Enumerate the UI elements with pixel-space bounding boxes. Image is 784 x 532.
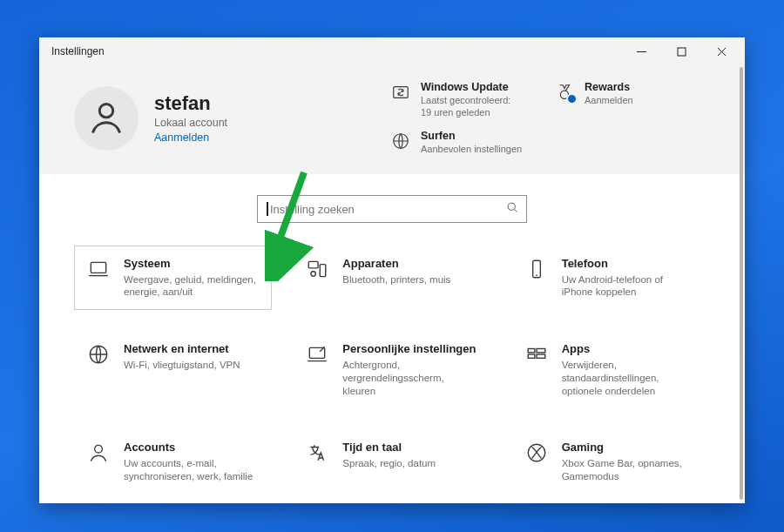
category-desc: Uw accounts, e-mail, synchroniseren, wer… <box>124 457 259 483</box>
close-icon <box>717 47 727 57</box>
search-icon <box>506 201 519 218</box>
language-icon <box>304 441 330 468</box>
svg-point-11 <box>536 274 537 276</box>
category-apps[interactable]: Apps Verwijderen, standaardinstellingen,… <box>512 331 710 408</box>
category-system[interactable]: Systeem Weergave, geluid, meldingen, ene… <box>74 246 272 310</box>
category-title: Netwerk en internet <box>124 342 240 356</box>
minimize-icon <box>637 47 646 57</box>
settings-body: Instelling zoeken Systeem Weergave, gelu… <box>39 174 745 494</box>
quick-update-title: Windows Update <box>421 81 510 94</box>
account-hero: stefan Lokaal account Aanmelden Windows … <box>39 65 745 174</box>
laptop-icon <box>85 257 112 284</box>
svg-rect-6 <box>91 263 105 273</box>
minimize-button[interactable] <box>621 37 661 65</box>
medal-icon <box>553 81 576 104</box>
svg-point-9 <box>311 272 315 276</box>
category-title: Systeem <box>124 257 259 271</box>
svg-point-5 <box>508 203 515 210</box>
svg-rect-14 <box>528 349 535 353</box>
svg-rect-8 <box>321 265 327 277</box>
svg-rect-0 <box>678 48 686 56</box>
category-desc: Wi-Fi, vliegtuigstand, VPN <box>124 359 240 372</box>
maximize-icon <box>677 47 686 57</box>
search-input[interactable]: Instelling zoeken <box>257 195 527 223</box>
globe-icon <box>389 130 412 152</box>
category-desc: Bluetooth, printers, muis <box>342 273 450 286</box>
quick-surf[interactable]: Surfen Aanbevolen instellingen <box>389 130 537 156</box>
apps-icon <box>524 342 550 369</box>
quick-windows-update[interactable]: Windows Update Laatst gecontroleerd: 19 … <box>389 81 537 119</box>
user-icon <box>87 99 125 138</box>
search-placeholder: Instelling zoeken <box>270 203 506 216</box>
category-desc: Xbox Game Bar, opnames, Gamemodus <box>562 457 697 483</box>
category-desc: Spraak, regio, datum <box>342 457 436 470</box>
quick-rewards-desc: Aanmelden <box>585 95 633 107</box>
signin-link[interactable]: Aanmelden <box>154 131 227 144</box>
search-wrap: Instelling zoeken <box>74 195 710 223</box>
svg-rect-2 <box>394 87 409 98</box>
category-title: Gaming <box>562 441 697 455</box>
quick-status: Windows Update Laatst gecontroleerd: 19 … <box>389 81 710 155</box>
avatar <box>74 86 139 151</box>
account-type: Lokaal account <box>154 117 227 129</box>
quick-rewards[interactable]: Rewards Aanmelden <box>553 81 701 119</box>
phone-icon <box>524 257 550 284</box>
account-block[interactable]: stefan Lokaal account Aanmelden <box>74 81 227 155</box>
svg-rect-15 <box>528 354 535 358</box>
category-title: Telefoon <box>562 257 697 271</box>
xbox-icon <box>524 441 550 468</box>
svg-rect-16 <box>537 349 545 353</box>
globe-icon <box>85 342 112 369</box>
category-desc: Uw Android-telefoon of iPhone koppelen <box>562 273 697 300</box>
quick-rewards-title: Rewards <box>585 81 633 94</box>
category-personalization[interactable]: Persoonlijke instellingen Achtergrond, v… <box>293 331 490 408</box>
category-network[interactable]: Netwerk en internet Wi-Fi, vliegtuigstan… <box>74 331 272 408</box>
paint-icon <box>304 342 330 369</box>
vertical-scrollbar[interactable] <box>740 67 743 500</box>
category-accounts[interactable]: Accounts Uw accounts, e-mail, synchronis… <box>74 429 272 494</box>
quick-update-desc: Laatst gecontroleerd: 19 uren geleden <box>421 95 510 119</box>
category-gaming[interactable]: Gaming Xbox Game Bar, opnames, Gamemodus <box>512 429 710 494</box>
caret-icon <box>267 202 268 216</box>
category-devices[interactable]: Apparaten Bluetooth, printers, muis <box>293 246 490 310</box>
user-icon <box>85 441 112 468</box>
sync-icon <box>389 81 412 104</box>
quick-surf-title: Surfen <box>421 130 522 143</box>
svg-point-1 <box>99 104 112 117</box>
svg-rect-17 <box>537 354 545 358</box>
category-title: Apparaten <box>342 257 450 271</box>
category-title: Accounts <box>124 441 259 455</box>
category-phone[interactable]: Telefoon Uw Android-telefoon of iPhone k… <box>512 246 710 310</box>
window-title: Instellingen <box>51 37 105 65</box>
category-desc: Weergave, geluid, meldingen, energie, aa… <box>124 273 259 300</box>
close-button[interactable] <box>701 37 741 65</box>
svg-rect-7 <box>309 262 319 269</box>
svg-point-18 <box>95 446 103 454</box>
category-grid: Systeem Weergave, geluid, meldingen, ene… <box>74 246 710 494</box>
category-desc: Verwijderen, standaardinstellingen, opti… <box>562 359 697 398</box>
quick-surf-desc: Aanbevolen instellingen <box>421 144 522 156</box>
category-title: Apps <box>562 342 697 356</box>
category-title: Persoonlijke instellingen <box>342 342 477 356</box>
maximize-button[interactable] <box>661 37 701 65</box>
devices-icon <box>304 257 330 284</box>
category-time-language[interactable]: Tijd en taal Spraak, regio, datum <box>293 429 490 494</box>
window-buttons <box>621 37 741 65</box>
settings-window: Instellingen stefan Lokaal ac <box>39 37 745 503</box>
titlebar: Instellingen <box>39 37 745 65</box>
category-title: Tijd en taal <box>342 441 436 455</box>
user-name: stefan <box>154 92 227 114</box>
category-desc: Achtergrond, vergrendelingsscherm, kleur… <box>342 359 477 398</box>
